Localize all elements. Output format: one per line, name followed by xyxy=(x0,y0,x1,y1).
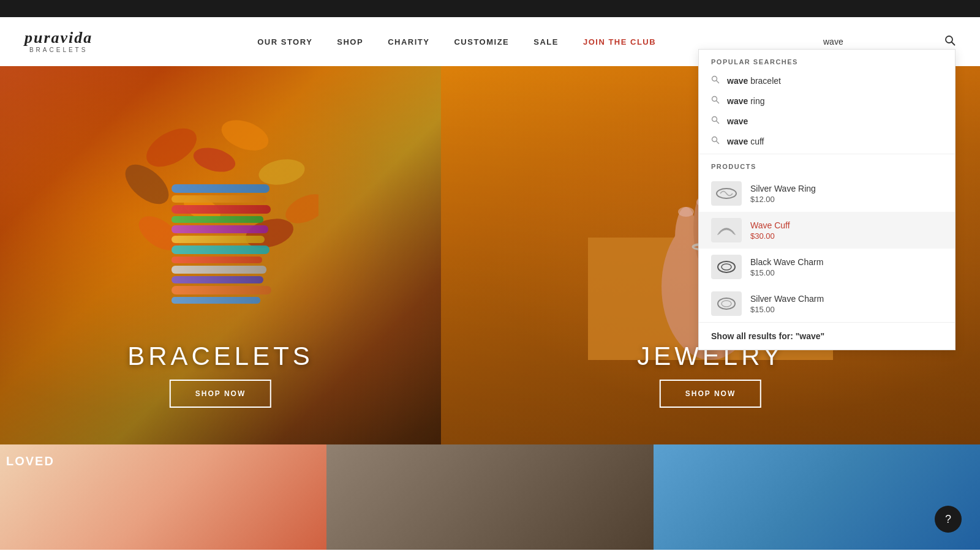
search-icon-small-4 xyxy=(711,136,720,146)
svg-point-17 xyxy=(257,156,307,188)
svg-point-16 xyxy=(217,114,273,156)
product-name-2: Wave Cuff xyxy=(750,220,943,230)
strip-title: LOVED xyxy=(6,454,55,468)
help-button[interactable]: ? xyxy=(935,506,962,533)
product-info-2: Wave Cuff $30.00 xyxy=(750,220,943,241)
logo[interactable]: puravida bracelets xyxy=(24,30,92,53)
svg-line-5 xyxy=(717,101,719,103)
svg-point-15 xyxy=(140,120,203,174)
strip-item-3[interactable] xyxy=(654,444,980,550)
product-thumb-3 xyxy=(711,255,742,279)
nav-sale[interactable]: SALE xyxy=(533,37,559,47)
search-input[interactable] xyxy=(821,34,956,50)
product-silver-wave-ring[interactable]: Silver Wave Ring $12.00 xyxy=(699,175,955,212)
product-thumb-2 xyxy=(711,218,742,242)
bottom-strip: LOVED xyxy=(0,444,980,550)
search-icon xyxy=(944,35,956,46)
top-bar xyxy=(0,0,980,17)
svg-point-33 xyxy=(678,207,694,217)
hero-jewelry-button[interactable]: SHOP NOW xyxy=(660,380,761,408)
product-name-1: Silver Wave Ring xyxy=(750,184,943,193)
nav-shop[interactable]: SHOP xyxy=(337,37,363,47)
strip-bg-2 xyxy=(326,444,653,550)
logo-pura: pura xyxy=(24,30,61,46)
popular-search-text-4: wave cuff xyxy=(727,137,764,146)
nav-customize[interactable]: CUSTOMIZE xyxy=(454,37,509,47)
hero-bracelets: BRACELETS SHOP NOW xyxy=(0,66,441,444)
search-dropdown: POPULAR SEARCHES wave bracelet wave ring… xyxy=(698,49,956,350)
product-name-3: Black Wave Charm xyxy=(750,257,943,267)
popular-search-text-3: wave xyxy=(727,116,748,126)
svg-line-9 xyxy=(717,141,719,144)
svg-point-12 xyxy=(722,264,731,270)
nav-charity[interactable]: CHARITY xyxy=(388,37,429,47)
search-button[interactable] xyxy=(944,35,956,49)
nav-our-story[interactable]: OUR STORY xyxy=(257,37,312,47)
products-title: PRODUCTS xyxy=(699,154,955,175)
product-thumb-1 xyxy=(711,181,742,206)
logo-bracelets: bracelets xyxy=(29,47,88,53)
svg-line-7 xyxy=(717,121,719,124)
search-icon-small-3 xyxy=(711,116,720,126)
popular-search-text-2: wave ring xyxy=(727,96,764,106)
hero-bracelets-label: BRACELETS xyxy=(0,342,441,371)
bracelets-visual xyxy=(129,103,312,335)
svg-line-1 xyxy=(952,42,955,45)
product-price-3: $15.00 xyxy=(750,268,943,277)
product-black-wave-charm[interactable]: Black Wave Charm $15.00 xyxy=(699,249,955,285)
popular-search-text-1: wave bracelet xyxy=(727,76,781,86)
svg-line-3 xyxy=(717,81,719,83)
logo-vida: vida xyxy=(61,30,93,46)
product-silver-wave-charm[interactable]: Silver Wave Charm $15.00 xyxy=(699,285,955,322)
help-icon: ? xyxy=(945,513,951,526)
product-price-2: $30.00 xyxy=(750,231,943,241)
svg-point-19 xyxy=(191,143,238,176)
show-all-results[interactable]: Show all results for: "wave" xyxy=(699,322,955,350)
product-thumb-4 xyxy=(711,291,742,316)
hero-bracelets-button[interactable]: SHOP NOW xyxy=(170,380,271,408)
product-info-1: Silver Wave Ring $12.00 xyxy=(750,184,943,204)
nav-join-club[interactable]: JOIN THE CLUB xyxy=(583,37,656,47)
product-info-4: Silver Wave Charm $15.00 xyxy=(750,294,943,314)
search-icon-small-2 xyxy=(711,96,720,106)
svg-point-13 xyxy=(718,298,735,309)
product-name-4: Silver Wave Charm xyxy=(750,294,943,304)
search-icon-small-1 xyxy=(711,75,720,86)
popular-search-wave[interactable]: wave xyxy=(699,111,955,131)
svg-point-14 xyxy=(722,301,731,307)
main-nav: OUR STORY SHOP CHARITY CUSTOMIZE SALE JO… xyxy=(257,37,656,47)
strip-item-2[interactable] xyxy=(326,444,653,550)
products-section: PRODUCTS Silver Wave Ring $12.00 xyxy=(699,154,955,322)
popular-searches-title: POPULAR SEARCHES xyxy=(699,50,955,70)
product-price-1: $12.00 xyxy=(750,195,943,204)
product-info-3: Black Wave Charm $15.00 xyxy=(750,257,943,277)
popular-search-wave-ring[interactable]: wave ring xyxy=(699,91,955,111)
search-area xyxy=(821,34,956,50)
product-price-4: $15.00 xyxy=(750,305,943,314)
popular-search-wave-bracelet[interactable]: wave bracelet xyxy=(699,70,955,91)
popular-search-wave-cuff[interactable]: wave cuff xyxy=(699,131,955,151)
product-wave-cuff[interactable]: Wave Cuff $30.00 xyxy=(699,212,955,249)
strip-bg-3 xyxy=(654,444,980,550)
svg-point-11 xyxy=(718,261,735,272)
